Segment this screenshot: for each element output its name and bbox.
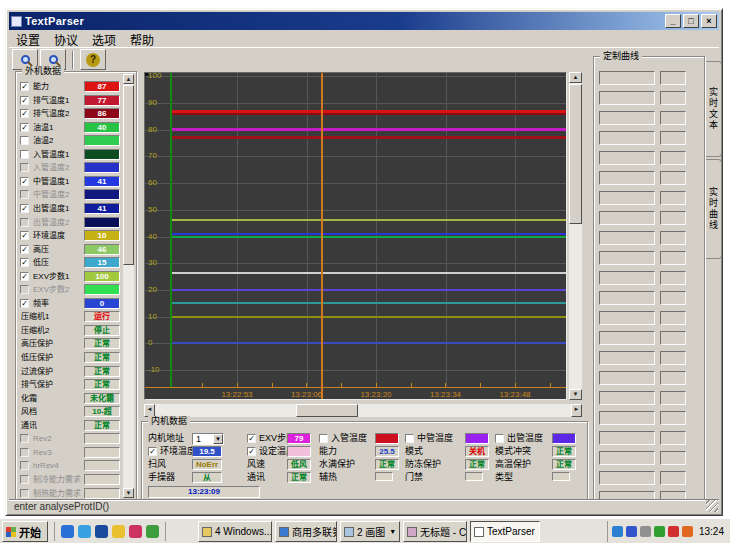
clock-sync-icon[interactable] — [682, 526, 693, 537]
curve-name-field[interactable] — [599, 351, 655, 365]
curve-value-field[interactable] — [660, 371, 686, 385]
curve-name-field[interactable] — [599, 451, 655, 465]
menu-item-设置[interactable]: 设置 — [9, 31, 47, 48]
curve-value-field[interactable] — [660, 311, 686, 325]
checkbox-中管温度[interactable] — [405, 434, 414, 443]
side-tab-实时文本[interactable]: 实时文本 — [706, 61, 722, 157]
curve-value-field[interactable] — [660, 411, 686, 425]
restore-button[interactable]: □ — [683, 14, 699, 28]
checkbox-环境温度[interactable]: ✓ — [148, 447, 157, 456]
outdoor-scrollbar[interactable]: ▲ ▼ — [123, 74, 134, 498]
start-button[interactable]: 开始 — [2, 521, 48, 542]
scroll-down-arrow[interactable]: ▼ — [123, 488, 134, 498]
checkbox-出管温度1[interactable]: ✓ — [20, 204, 29, 213]
checkbox-出管温度[interactable] — [495, 434, 504, 443]
curve-name-field[interactable] — [599, 391, 655, 405]
checkbox-油温2[interactable] — [20, 136, 29, 145]
curve-value-field[interactable] — [660, 171, 686, 185]
curve-name-field[interactable] — [599, 331, 655, 345]
curve-value-field[interactable] — [660, 331, 686, 345]
checkbox-中管温度2[interactable] — [20, 190, 29, 199]
scroll-down-arrow[interactable]: ▼ — [569, 389, 582, 400]
curve-name-field[interactable] — [599, 371, 655, 385]
checkbox-EXV步数[interactable]: ✓ — [247, 434, 256, 443]
messenger-icon[interactable] — [78, 525, 91, 538]
curve-value-field[interactable] — [660, 151, 686, 165]
close-button[interactable]: × — [701, 14, 717, 28]
side-tab-实时曲线[interactable]: 实时曲线 — [706, 159, 722, 259]
taskbar-button-4 Windows...[interactable]: 4 Windows...▼ — [198, 521, 272, 542]
scroll-up-arrow[interactable]: ▲ — [569, 72, 582, 83]
checkbox-EXV步数1[interactable]: ✓ — [20, 272, 29, 281]
curve-name-field[interactable] — [599, 291, 655, 305]
menu-item-选项[interactable]: 选项 — [85, 31, 123, 48]
curve-name-field[interactable] — [599, 311, 655, 325]
checkbox-出管温度2[interactable] — [20, 218, 29, 227]
update-icon[interactable] — [626, 526, 637, 537]
checkbox-频率[interactable]: ✓ — [20, 299, 29, 308]
curve-value-field[interactable] — [660, 211, 686, 225]
mail-icon[interactable] — [129, 525, 142, 538]
curve-name-field[interactable] — [599, 251, 655, 265]
checkbox-制热能力需求[interactable] — [20, 489, 29, 498]
checkbox-排气温度2[interactable]: ✓ — [20, 109, 29, 118]
curve-value-field[interactable] — [660, 291, 686, 305]
checkbox-排气温度1[interactable]: ✓ — [20, 96, 29, 105]
im-icon[interactable] — [612, 526, 623, 537]
dropdown-arrow-icon[interactable]: ▼ — [213, 434, 223, 444]
antivirus-icon[interactable] — [654, 526, 665, 537]
scrollbar-thumb[interactable] — [123, 85, 134, 265]
curve-value-field[interactable] — [660, 351, 686, 365]
curve-value-field[interactable] — [660, 71, 686, 85]
taskbar-button-商用多联第...[interactable]: 商用多联第... — [275, 521, 337, 542]
curve-value-field[interactable] — [660, 391, 686, 405]
curve-name-field[interactable] — [599, 271, 655, 285]
help-button[interactable]: ? — [80, 49, 106, 70]
minimize-button[interactable]: _ — [665, 14, 681, 28]
scrollbar-thumb[interactable] — [569, 84, 582, 224]
scrollbar-thumb[interactable] — [296, 404, 358, 417]
checkbox-设定温度[interactable]: ✓ — [247, 447, 256, 456]
curve-name-field[interactable] — [599, 151, 655, 165]
curve-value-field[interactable] — [660, 271, 686, 285]
checkbox-高压[interactable]: ✓ — [20, 245, 29, 254]
curve-name-field[interactable] — [599, 91, 655, 105]
checkbox-入管温度2[interactable] — [20, 163, 29, 172]
curve-name-field[interactable] — [599, 111, 655, 125]
checkbox-Rev2[interactable] — [20, 434, 29, 443]
curve-name-field[interactable] — [599, 411, 655, 425]
checkbox-入管温度[interactable] — [319, 434, 328, 443]
checkbox-能力[interactable]: ✓ — [20, 82, 29, 91]
checkbox-油温1[interactable]: ✓ — [20, 123, 29, 132]
ie-icon[interactable] — [61, 525, 74, 538]
curve-name-field[interactable] — [599, 231, 655, 245]
resize-grip[interactable] — [706, 500, 718, 512]
chart-vertical-scrollbar[interactable]: ▲ ▼ — [569, 72, 582, 400]
chevron-down-icon[interactable]: ▼ — [389, 528, 396, 535]
taskbar-button-无标题 - C...[interactable]: 无标题 - C... — [403, 521, 467, 542]
taskbar-button-TextParser[interactable]: TextParser — [470, 521, 540, 542]
volume-icon[interactable] — [640, 526, 651, 537]
media-player-icon[interactable] — [95, 525, 108, 538]
curve-value-field[interactable] — [660, 451, 686, 465]
chart-cursor-line[interactable] — [321, 73, 323, 399]
curve-name-field[interactable] — [599, 471, 655, 485]
curve-name-field[interactable] — [599, 131, 655, 145]
plot-area[interactable]: 1009080706050403020100-1013:22:5313:23:0… — [144, 72, 567, 400]
taskbar-button-2 画图[interactable]: 2 画图▼ — [340, 521, 400, 542]
curve-name-field[interactable] — [599, 171, 655, 185]
scroll-right-arrow[interactable]: ► — [571, 404, 582, 417]
curve-value-field[interactable] — [660, 91, 686, 105]
curve-name-field[interactable] — [599, 71, 655, 85]
checkbox-入管温度1[interactable] — [20, 150, 29, 159]
menu-item-帮助[interactable]: 帮助 — [123, 31, 161, 48]
download-icon[interactable] — [668, 526, 679, 537]
curve-value-field[interactable] — [660, 431, 686, 445]
checkbox-环境温度[interactable]: ✓ — [20, 231, 29, 240]
notes-icon[interactable] — [112, 525, 125, 538]
curve-value-field[interactable] — [660, 111, 686, 125]
checkbox-中管温度1[interactable]: ✓ — [20, 177, 29, 186]
curve-value-field[interactable] — [660, 231, 686, 245]
checkbox-低压[interactable]: ✓ — [20, 258, 29, 267]
curve-value-field[interactable] — [660, 131, 686, 145]
